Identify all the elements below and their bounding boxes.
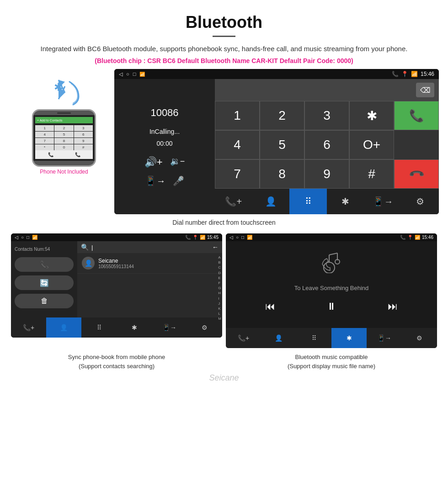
contacts-back-icon: ◁ — [15, 235, 18, 240]
call-contact-btn[interactable]: 📞 — [15, 257, 74, 272]
key-3[interactable]: 3 — [74, 125, 93, 131]
nav-transfer-btn[interactable]: 📱→ — [364, 189, 402, 214]
mnav-phonebook[interactable]: 📞+ — [226, 328, 261, 348]
search-cursor: | — [91, 244, 93, 251]
watermark-text: Seicane — [209, 373, 239, 382]
main-status-bar: ◁ ○ □ 📶 📞 📍 📶 15:46 — [114, 69, 439, 79]
prev-btn[interactable]: ⏮ — [265, 301, 275, 312]
phone-call-btn[interactable]: 📞 — [48, 152, 53, 157]
main-dial-screen-wrap: ◁ ○ □ 📶 📞 📍 📶 15:46 — [114, 69, 439, 214]
search-bar: 🔍 | ← — [77, 241, 222, 253]
key-9[interactable]: 9 — [74, 138, 93, 144]
nav-bluetooth-btn[interactable]: ✱ — [327, 189, 364, 214]
dial-number: 10086 — [150, 107, 178, 119]
vol-down-btn[interactable]: 🔉− — [170, 156, 185, 168]
nav-settings-btn[interactable]: ⚙ — [401, 189, 439, 214]
key-5[interactable]: 5 — [260, 130, 304, 159]
nav-phonebook-btn[interactable]: 📞+ — [215, 189, 252, 214]
key-1[interactable]: 1 — [215, 101, 260, 130]
music-recents-icon: □ — [241, 235, 244, 240]
delete-contact-btn[interactable]: 🗑 — [15, 294, 74, 308]
music-status-bar: ◁ ○ □ 📶 📞 📍 📶 15:46 — [226, 233, 437, 241]
mic-btn[interactable]: 🎤 — [173, 175, 184, 186]
cnav-settings[interactable]: ⚙ — [187, 317, 222, 338]
main-nav-bar: 📞+ 👤 ⠿ ✱ 📱→ ⚙ — [215, 189, 439, 214]
phone-end-btn[interactable]: 📞 — [75, 152, 80, 157]
cnav-transfer[interactable]: 📱→ — [152, 317, 187, 338]
call-green-btn[interactable]: 📞 — [394, 101, 439, 130]
header-description: Integrated with BC6 Bluetooth module, su… — [27, 43, 421, 54]
music-back-icon: ◁ — [229, 235, 233, 240]
key-hash[interactable]: # — [349, 159, 394, 189]
key-4[interactable]: 4 — [35, 132, 54, 137]
music-nav-bar: 📞+ 👤 ⠿ ✱ 📱→ ⚙ — [226, 328, 437, 348]
key-7[interactable]: 7 — [215, 159, 260, 189]
key-star[interactable]: ✱ — [349, 101, 394, 130]
contacts-nav-bar: 📞+ 👤 ⠿ ✱ 📱→ ⚙ — [11, 317, 222, 338]
music-time: 15:46 — [422, 235, 433, 240]
call-red-btn[interactable]: 📞 — [394, 159, 439, 189]
key-star[interactable]: * — [35, 144, 54, 150]
cnav-phonebook[interactable]: 📞+ — [11, 317, 46, 338]
page-header: Bluetooth Integrated with BC6 Bluetooth … — [0, 0, 448, 69]
key-3[interactable]: 3 — [304, 101, 349, 130]
cnav-contacts[interactable]: 👤 — [46, 317, 81, 338]
mnav-transfer[interactable]: 📱→ — [367, 328, 402, 348]
key-8[interactable]: 8 — [260, 159, 304, 189]
vol-up-btn[interactable]: 🔊+ — [144, 156, 163, 168]
backspace-btn[interactable]: ⌫ — [416, 83, 434, 97]
contact-item[interactable]: 👤 Seicane 10655059113144 — [77, 253, 222, 274]
key-1[interactable]: 1 — [35, 125, 54, 131]
music-call-icon: 📞 — [400, 235, 405, 240]
cnav-bluetooth[interactable]: ✱ — [117, 317, 152, 338]
contacts-left-panel: Contacts Num:54 📞 🔄 🗑 — [11, 241, 77, 317]
key-2[interactable]: 2 — [54, 125, 73, 131]
nav-dial-btn[interactable]: ⠿ — [289, 189, 327, 214]
contacts-wifi-icon: 📶 — [200, 235, 205, 240]
header-specs: (Bluetooth chip : CSR BC6 Default Blueto… — [27, 57, 421, 64]
key-o-plus[interactable]: O+ — [349, 130, 394, 159]
main-time: 15:46 — [421, 71, 434, 77]
key-hash[interactable]: # — [74, 144, 93, 150]
cnav-dial[interactable]: ⠿ — [81, 317, 117, 338]
key-8[interactable]: 8 — [54, 138, 73, 144]
key-6[interactable]: 6 — [74, 132, 93, 137]
main-android-screen: ◁ ○ □ 📶 📞 📍 📶 15:46 — [114, 69, 439, 214]
search-back-icon[interactable]: ← — [212, 243, 219, 251]
transfer-btn[interactable]: 📱→ — [145, 175, 165, 186]
key-4[interactable]: 4 — [215, 130, 260, 159]
contacts-recents-icon: □ — [27, 235, 29, 240]
contacts-signal-icon: 📶 — [32, 235, 37, 240]
music-home-icon: ○ — [236, 235, 239, 240]
mnav-dial[interactable]: ⠿ — [296, 328, 331, 348]
next-btn[interactable]: ⏭ — [388, 301, 398, 312]
svg-line-6 — [329, 253, 337, 255]
phone-keypad: 1 2 3 4 5 6 7 8 9 * 0 # — [35, 125, 93, 150]
dial-action-btns: 📱→ 🎤 — [145, 175, 184, 186]
key-5[interactable]: 5 — [54, 132, 73, 137]
music-caption-line2: (Support display music file name) — [226, 362, 437, 371]
phone-bottom-btns: 📞 📞 — [35, 150, 93, 159]
key-7[interactable]: 7 — [35, 138, 54, 144]
play-pause-btn[interactable]: ⏸ — [326, 301, 336, 312]
home-icon: ○ — [126, 71, 129, 77]
nav-contacts-btn[interactable]: 👤 — [252, 189, 290, 214]
key-0[interactable]: 0 — [54, 144, 73, 150]
call-status-icon: 📞 — [392, 71, 399, 77]
bluetooth-icon-area: ✱ — [14, 74, 114, 107]
mnav-bluetooth[interactable]: ✱ — [331, 328, 367, 348]
key-2[interactable]: 2 — [260, 101, 304, 130]
key-9[interactable]: 9 — [304, 159, 349, 189]
dial-left-panel: 10086 InCalling... 00:00 🔊+ 🔉− 📱→ 🎤 — [114, 79, 215, 214]
contact-avatar: 👤 — [82, 257, 95, 270]
mnav-settings[interactable]: ⚙ — [402, 328, 437, 348]
key-6[interactable]: 6 — [304, 130, 349, 159]
mnav-contacts[interactable]: 👤 — [261, 328, 296, 348]
contacts-home-icon: ○ — [21, 235, 24, 240]
music-controls: ⏮ ⏸ ⏭ — [230, 301, 432, 312]
wifi-icon: 📶 — [411, 71, 418, 77]
refresh-contacts-btn[interactable]: 🔄 — [15, 275, 74, 290]
dial-input-row: ⌫ — [215, 79, 439, 101]
bottom-screens: ◁ ○ □ 📶 📞 📍 📶 15:45 — [0, 233, 448, 348]
music-content: To Leave Something Behind ⏮ ⏸ ⏭ — [226, 241, 437, 328]
